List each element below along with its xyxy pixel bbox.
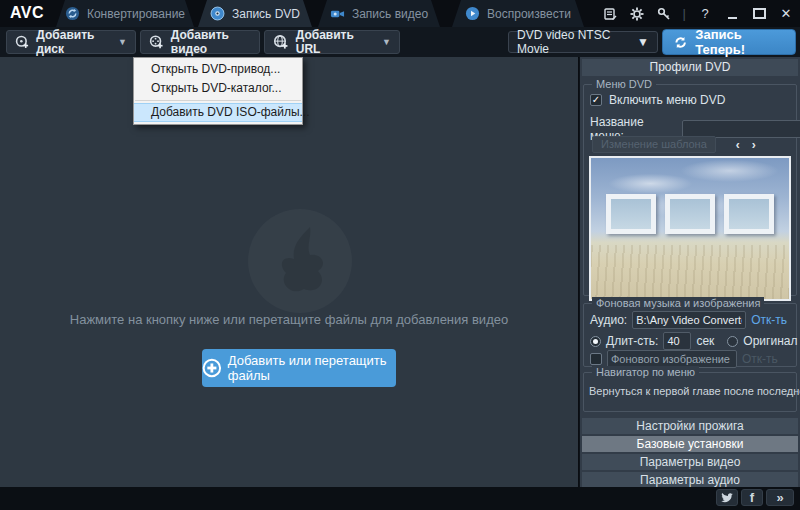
seconds-label: сек xyxy=(696,334,714,348)
tab-burn-dvd[interactable]: Запись DVD xyxy=(198,0,312,27)
expand-panel-button[interactable]: » xyxy=(766,489,794,506)
gear-icon xyxy=(630,7,644,21)
plus-circle-icon xyxy=(202,356,222,380)
minimize-button[interactable] xyxy=(724,5,740,23)
enable-menu-checkbox[interactable]: ✓ xyxy=(590,94,602,106)
twitter-button[interactable] xyxy=(716,489,738,506)
avc-watermark-logo xyxy=(248,209,352,313)
toolbar: Добавить диск ▼ Добавить видео Добавить … xyxy=(0,27,800,58)
drop-hint-text: Нажмите на кнопку ниже или перетащите фа… xyxy=(0,312,578,327)
chevron-down-icon: ▼ xyxy=(637,35,649,49)
audio-label: Аудио: xyxy=(590,313,627,327)
panel-header: Профили DVD xyxy=(582,59,798,76)
register-button[interactable] xyxy=(656,5,672,23)
dvd-menu-group: Меню DVD ✓ Включить меню DVD Название ме… xyxy=(583,84,797,296)
navigator-value[interactable]: Вернуться к первой главе после последней xyxy=(589,385,800,397)
film-reel-plus-icon xyxy=(149,33,164,51)
convert-icon xyxy=(65,6,80,21)
audio-path-input[interactable] xyxy=(632,311,746,329)
titlebar-separator: | xyxy=(683,6,686,21)
bottom-bar: f » xyxy=(0,487,800,510)
accordion-burn-settings[interactable]: Настройки прожига xyxy=(582,418,798,434)
dvd-menu-group-legend: Меню DVD xyxy=(592,78,656,90)
maximize-icon xyxy=(753,8,766,19)
add-disc-button[interactable]: Добавить диск ▼ xyxy=(6,30,136,54)
maximize-button[interactable] xyxy=(751,5,767,23)
background-music-group: Фоновая музыка и изображения Аудио: Отк-… xyxy=(583,303,797,367)
accordion-video-options[interactable]: Параметры видео xyxy=(582,454,798,470)
facebook-button[interactable]: f xyxy=(741,489,763,506)
tab-play[interactable]: Воспроизвести xyxy=(452,0,584,27)
profile-select-value: DVD video NTSC Movie xyxy=(517,28,637,56)
minimize-icon xyxy=(728,17,737,19)
menu-separator xyxy=(135,100,301,101)
double-chevron-right-icon: » xyxy=(776,490,783,505)
tab-convert-label: Конвертирование xyxy=(87,7,185,21)
tab-burn-dvd-label: Запись DVD xyxy=(232,7,300,21)
sync-icon xyxy=(673,34,688,51)
duration-input[interactable] xyxy=(663,332,691,350)
changelog-button[interactable] xyxy=(602,5,618,23)
preview-sand xyxy=(591,245,789,299)
template-next-button[interactable]: › xyxy=(748,138,760,152)
preview-frame xyxy=(606,194,656,234)
background-music-legend: Фоновая музыка и изображения xyxy=(592,297,764,309)
menu-item-open-dvd-drive[interactable]: Открыть DVD-привод... xyxy=(134,60,302,79)
add-url-label: Добавить URL xyxy=(296,28,371,56)
facebook-icon: f xyxy=(750,490,754,505)
menu-navigator-group: Навигатор по меню Вернуться к первой гла… xyxy=(583,372,797,412)
menu-item-add-dvd-iso[interactable]: Добавить DVD ISO-файлы... xyxy=(134,103,302,122)
duration-label: Длит-сть: xyxy=(606,334,658,348)
bg-image-checkbox[interactable] xyxy=(590,353,602,365)
preview-frame xyxy=(665,194,715,234)
add-video-button[interactable]: Добавить видео xyxy=(140,30,260,54)
burn-now-label: Запись Теперь! xyxy=(695,27,785,57)
camcorder-icon xyxy=(330,6,345,21)
globe-plus-icon xyxy=(273,33,289,51)
dvd-disc-icon xyxy=(210,6,225,21)
add-url-button[interactable]: Добавить URL ▼ xyxy=(264,30,400,54)
enable-menu-label: Включить меню DVD xyxy=(609,93,725,107)
close-icon: ✕ xyxy=(781,6,792,21)
app-logo: AVC xyxy=(10,4,44,22)
menu-item-open-dvd-folder[interactable]: Открыть DVD-каталог... xyxy=(134,79,302,98)
change-template-button[interactable]: Изменение шаблона xyxy=(592,136,716,153)
key-icon xyxy=(657,7,671,21)
menu-navigator-legend: Навигатор по меню xyxy=(592,366,699,378)
close-button[interactable]: ✕ xyxy=(778,5,794,23)
preview-frames xyxy=(591,194,789,234)
window-controls: | ? ✕ xyxy=(602,0,794,27)
play-icon xyxy=(465,6,480,21)
dvd-profiles-panel: Профили DVD Меню DVD ✓ Включить меню DVD… xyxy=(579,57,800,487)
accordion-audio-options[interactable]: Параметры аудио xyxy=(582,472,798,488)
radio-dot xyxy=(593,339,598,344)
app-window: AVC Конвертирование Запись DVD xyxy=(0,0,800,510)
settings-button[interactable] xyxy=(629,5,645,23)
duration-radio[interactable] xyxy=(590,336,601,347)
original-label: Оригинал xyxy=(743,334,797,348)
add-disc-dropdown-menu: Открыть DVD-привод... Открыть DVD-катало… xyxy=(133,57,303,125)
accordion-basic-settings[interactable]: Базовые установки xyxy=(582,436,798,452)
preview-frame xyxy=(724,194,774,234)
profile-select[interactable]: DVD video NTSC Movie ▼ xyxy=(508,31,658,53)
tab-record-video[interactable]: Запись видео xyxy=(318,0,440,27)
titlebar: AVC Конвертирование Запись DVD xyxy=(0,0,800,27)
add-files-label: Добавить или перетащить файлы xyxy=(228,353,396,383)
audio-open-link[interactable]: Отк-ть xyxy=(751,313,787,327)
chevron-down-icon: ▼ xyxy=(382,37,391,47)
tab-convert[interactable]: Конвертирование xyxy=(56,0,194,27)
tab-record-video-label: Запись видео xyxy=(352,7,428,21)
twitter-icon xyxy=(721,492,734,503)
burn-now-button[interactable]: Запись Теперь! xyxy=(662,29,796,55)
add-disc-label: Добавить диск xyxy=(36,28,107,56)
original-radio[interactable] xyxy=(727,336,738,347)
template-prev-button[interactable]: ‹ xyxy=(732,138,744,152)
disc-plus-icon xyxy=(15,33,29,51)
help-button[interactable]: ? xyxy=(697,5,713,23)
dvd-menu-template-preview[interactable] xyxy=(589,156,791,301)
add-files-button[interactable]: Добавить или перетащить файлы xyxy=(202,349,396,387)
chevron-down-icon: ▼ xyxy=(118,37,127,47)
changelog-icon xyxy=(603,7,617,21)
bg-image-open-link: Отк-ть xyxy=(742,352,778,366)
add-video-label: Добавить видео xyxy=(171,28,251,56)
